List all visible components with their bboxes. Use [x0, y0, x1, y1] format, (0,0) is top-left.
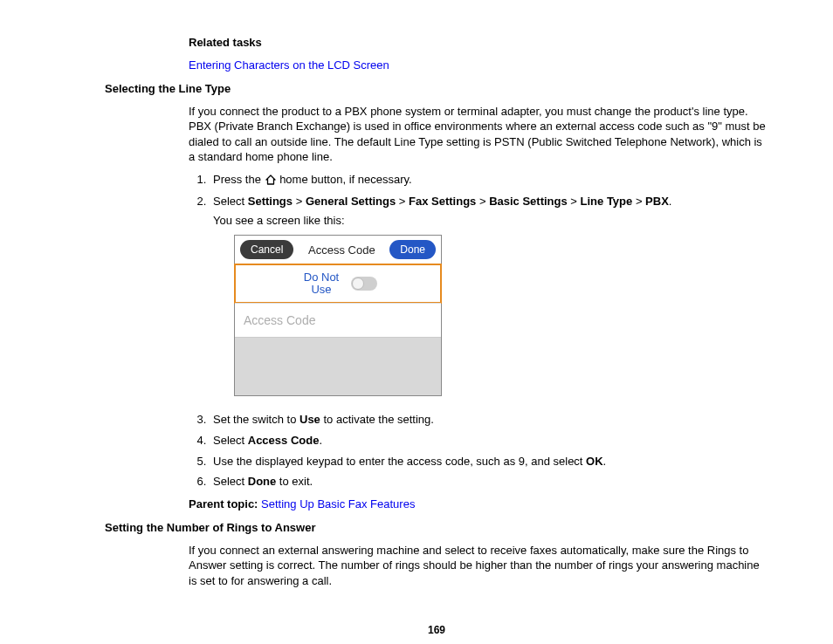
- lcd-empty-area: [235, 337, 441, 395]
- rings-intro: If you connect an external answering mac…: [189, 543, 768, 589]
- lcd-do-not-use-row[interactable]: Do Not Use: [234, 264, 442, 304]
- parent-topic-link[interactable]: Setting Up Basic Fax Features: [261, 497, 415, 510]
- lcd-header: Cancel Access Code Done: [235, 236, 441, 264]
- page-number: 169: [105, 623, 768, 637]
- lcd-screenshot: Cancel Access Code Done Do Not Use Acces…: [234, 235, 442, 396]
- section-heading-line-type: Selecting the Line Type: [105, 81, 768, 97]
- step-2-after: You see a screen like this:: [213, 213, 768, 229]
- step-1: Press the home button, if necessary.: [210, 172, 768, 189]
- step-2: Select Settings > General Settings > Fax…: [210, 194, 768, 396]
- steps-list: Press the home button, if necessary. Sel…: [189, 172, 768, 490]
- step-4: Select Access Code.: [210, 433, 768, 449]
- section-line-type: If you connect the product to a PBX phon…: [189, 104, 768, 512]
- lcd-toggle[interactable]: [351, 277, 377, 291]
- step-5: Use the displayed keypad to enter the ac…: [210, 454, 768, 469]
- lcd-access-code-row[interactable]: Access Code: [235, 303, 441, 337]
- lcd-do-not-use-label: Do Not Use: [299, 271, 344, 297]
- parent-topic: Parent topic: Setting Up Basic Fax Featu…: [189, 497, 768, 512]
- lcd-done-button[interactable]: Done: [389, 240, 436, 259]
- related-tasks-block: Related tasks Entering Characters on the…: [189, 35, 768, 72]
- lcd-title: Access Code: [308, 243, 375, 258]
- section-heading-rings: Setting the Number of Rings to Answer: [105, 520, 768, 536]
- home-icon: [265, 174, 277, 189]
- intro-paragraph: If you connect the product to a PBX phon…: [189, 104, 768, 165]
- settings-path: Settings > General Settings > Fax Settin…: [248, 195, 669, 208]
- section-rings: If you connect an external answering mac…: [189, 543, 768, 589]
- lcd-cancel-button[interactable]: Cancel: [240, 240, 293, 259]
- step-6: Select Done to exit.: [210, 474, 768, 490]
- related-task-link[interactable]: Entering Characters on the LCD Screen: [189, 58, 389, 72]
- related-tasks-label: Related tasks: [189, 35, 768, 51]
- document-page: Related tasks Entering Characters on the…: [105, 35, 768, 638]
- step-3: Set the switch to Use to activate the se…: [210, 412, 768, 428]
